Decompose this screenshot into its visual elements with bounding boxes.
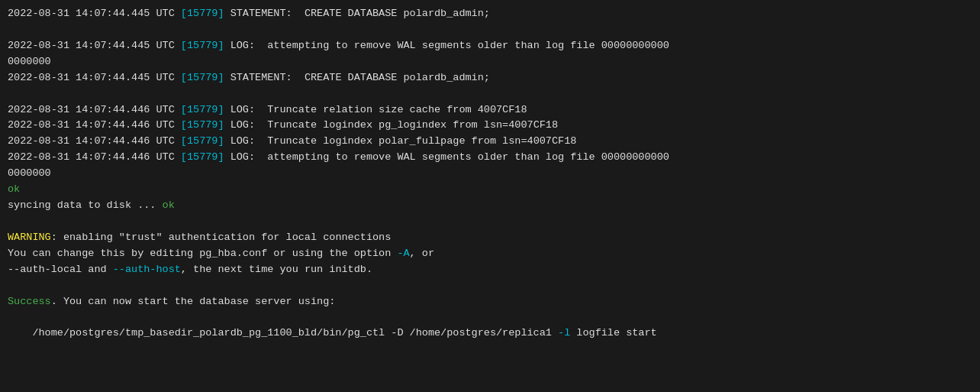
terminal-text-segment: Success <box>8 296 51 307</box>
terminal-text-segment: [15779] <box>181 119 224 131</box>
terminal-text-segment: 2022-08-31 14:07:44.445 UTC <box>8 8 181 19</box>
terminal-text-segment: [15779] <box>181 151 224 163</box>
terminal-text-segment: 2022-08-31 14:07:44.446 UTC <box>8 119 181 131</box>
terminal-text-segment: [15779] <box>181 40 224 51</box>
terminal-text-segment: 2022-08-31 14:07:44.446 UTC <box>8 151 181 163</box>
terminal-line: You can change this by editing pg_hba.co… <box>8 246 972 262</box>
blank-line <box>8 22 972 38</box>
terminal-text-segment: [15779] <box>181 72 224 83</box>
terminal-text-segment: --auth-local and <box>8 264 113 275</box>
terminal-line: Success. You can now start the database … <box>8 294 972 310</box>
terminal-text-segment: [15779] <box>181 104 224 115</box>
terminal-line: 2022-08-31 14:07:44.445 UTC [15779] LOG:… <box>8 38 972 54</box>
terminal-text-segment: , or <box>410 248 434 259</box>
terminal-line: ok <box>8 182 972 198</box>
terminal-line: syncing data to disk ... ok <box>8 198 972 214</box>
terminal-text-segment: [15779] <box>181 8 224 19</box>
terminal-text-segment: STATEMENT: CREATE DATABASE polardb_admin… <box>224 72 490 83</box>
terminal-text-segment: ok <box>8 183 20 195</box>
terminal-line: 2022-08-31 14:07:44.445 UTC [15779] STAT… <box>8 70 972 86</box>
terminal-line: /home/postgres/tmp_basedir_polardb_pg_11… <box>8 326 972 342</box>
terminal-text-segment: 0000000 <box>8 167 51 179</box>
terminal-text-segment: LOG: Truncate relation size cache from 4… <box>224 104 527 115</box>
terminal-text-segment: ok <box>163 199 175 211</box>
terminal-text-segment: . You can now start the database server … <box>51 296 336 307</box>
terminal-text-segment: -l <box>558 327 570 339</box>
terminal-text-segment: STATEMENT: CREATE DATABASE polardb_admin… <box>224 8 490 19</box>
terminal-text-segment: --auth-host <box>113 264 181 275</box>
blank-line <box>8 310 972 326</box>
terminal-text-segment: 2022-08-31 14:07:44.445 UTC <box>8 72 181 83</box>
terminal-text-segment: LOG: Truncate logindex pg_logindex from … <box>224 119 558 131</box>
terminal-text-segment: logfile start <box>570 327 656 339</box>
terminal-line: WARNING: enabling "trust" authentication… <box>8 230 972 246</box>
blank-line <box>8 278 972 294</box>
terminal-text-segment: WARNING <box>8 232 51 243</box>
terminal-text-segment: [15779] <box>181 135 224 147</box>
terminal-line: 2022-08-31 14:07:44.446 UTC [15779] LOG:… <box>8 118 972 134</box>
terminal-line: 2022-08-31 14:07:44.446 UTC [15779] LOG:… <box>8 102 972 118</box>
terminal-text-segment: 2022-08-31 14:07:44.446 UTC <box>8 135 181 147</box>
terminal-line: 2022-08-31 14:07:44.446 UTC [15779] LOG:… <box>8 150 972 166</box>
terminal-text-segment: LOG: attempting to remove WAL segments o… <box>224 151 669 163</box>
terminal-text-segment: LOG: Truncate logindex polar_fullpage fr… <box>224 135 577 147</box>
terminal-line: --auth-local and --auth-host, the next t… <box>8 262 972 278</box>
terminal-text-segment: 2022-08-31 14:07:44.446 UTC <box>8 104 181 115</box>
terminal-text-segment: : enabling "trust" authentication for lo… <box>51 232 392 243</box>
terminal-line: 2022-08-31 14:07:44.445 UTC [15779] STAT… <box>8 6 972 22</box>
blank-line <box>8 86 972 102</box>
terminal-line: 0000000 <box>8 54 972 70</box>
terminal-line: 2022-08-31 14:07:44.446 UTC [15779] LOG:… <box>8 134 972 150</box>
terminal-text-segment: You can change this by editing pg_hba.co… <box>8 248 397 259</box>
terminal-text-segment: 2022-08-31 14:07:44.445 UTC <box>8 40 181 51</box>
terminal-text-segment: -A <box>397 248 409 259</box>
terminal-text-segment: 0000000 <box>8 56 51 67</box>
terminal-window: 2022-08-31 14:07:44.445 UTC [15779] STAT… <box>0 0 980 392</box>
blank-line <box>8 214 972 230</box>
terminal-text-segment: LOG: attempting to remove WAL segments o… <box>224 40 669 51</box>
terminal-text-segment: , the next time you run initdb. <box>181 264 372 275</box>
terminal-text-segment: syncing data to disk ... <box>8 199 163 211</box>
terminal-line: 0000000 <box>8 166 972 182</box>
terminal-text-segment: /home/postgres/tmp_basedir_polardb_pg_11… <box>8 327 558 339</box>
